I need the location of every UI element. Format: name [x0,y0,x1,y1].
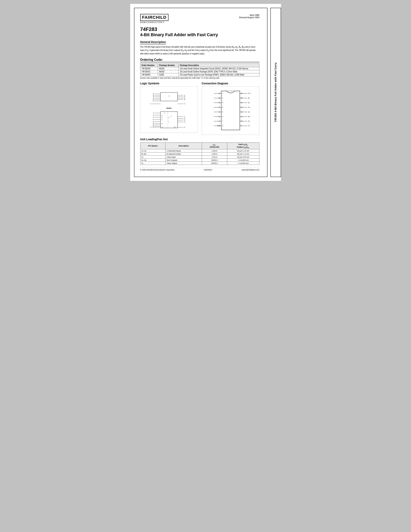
svg-text:Σ: Σ [171,116,172,117]
general-desc-title: General Description [140,40,166,44]
unit-loading-table-row: B₀–B₃ B Operand Inputs 1.0/2.0 20 μA/–1.… [140,152,259,155]
logo-text: FAIRCHILD [142,15,167,20]
svg-text:B₂: B₂ [153,100,154,101]
svg-text:8: 8 [222,125,223,126]
svg-text:B₂: B₂ [248,97,250,99]
svg-text:12: 12 [241,111,242,113]
ul-col-ul: U.L.HIGH/LOW [202,142,227,149]
ordering-title: Ordering Code: [140,58,259,62]
svg-text:A₀: A₀ [153,112,154,114]
unit-loading-table-row: A₀–A₃ A Operand Inputs 1.0/2.0 20 μA/–1.… [140,149,259,152]
ordering-section: Ordering Code: Order Number Package Numb… [140,58,259,79]
svg-text:S₃: S₃ [248,120,250,122]
col-package-desc: Package Description [179,63,259,67]
svg-text:A₃: A₃ [153,119,154,120]
svg-text:VCC: VCC [248,93,251,94]
unit-loading-table-row: S₀–S₃ Sum Outputs 50/33.3 –1 mA/20 mA [140,158,259,162]
date-info: April 1988 Revised August 1999 [239,14,259,19]
svg-text:S₁: S₁ [219,93,220,94]
svg-text:3: 3 [168,121,169,123]
svg-text:CO: CO [174,126,176,128]
package-number: M16D [158,70,179,73]
svg-text:B₁: B₁ [153,97,154,99]
svg-text:0: 0 [168,117,169,118]
svg-text:C₄: C₄ [248,125,250,126]
svg-text:S₀: S₀ [184,95,185,96]
svg-text:C₄: C₄ [184,103,185,104]
ul-description: Carry Input [166,155,202,158]
ul-description: Sum Outputs [166,158,202,162]
ul-description: B Operand Inputs [166,152,202,155]
svg-text:S₀: S₀ [219,107,220,108]
connection-diagram-svg: S₁ 1 B₁ 2 A₁ 3 S₀ 4 [204,88,258,133]
svg-text:S₂: S₂ [184,119,185,121]
product-title: 74F283 4-Bit Binary Full Adder with Fast… [140,26,259,37]
svg-text:B₀: B₀ [153,95,154,96]
footer: © 1999 Fairchild Semiconductor Corporati… [140,168,259,171]
ordering-table-row: 74F283SJ M16D 16-Lead Small Outline Pack… [140,70,259,73]
package-number: N16E [158,73,179,76]
svg-text:P: P [161,117,162,118]
order-number: 74F283SJ [140,70,158,73]
ul-value: 50/33.3 [202,158,227,162]
ul-pin-name: S₀–S₃ [140,158,166,162]
svg-text:9: 9 [241,125,241,126]
general-desc-text: The 74F283 high-speed 4-bit binary full … [140,46,259,55]
ordering-note: Devices also available in Tape and Reel.… [140,77,259,79]
general-description-section: General Description The 74F283 high-spee… [140,40,259,55]
ul-current: –1 mA/20 mA [227,158,259,162]
ul-current: 20 μA/–1.2 mA [227,152,259,155]
svg-rect-0 [160,93,177,101]
ul-col-description: Description [166,142,202,149]
svg-text:Σ: Σ [168,95,169,97]
header-row: FAIRCHILD SEMICONDUCTOR™ April 1988 Revi… [140,14,259,23]
connection-diagram: S₁ 1 B₁ 2 A₁ 3 S₀ 4 [202,86,259,135]
svg-rect-67 [221,91,240,130]
main-content: FAIRCHILD SEMICONDUCTOR™ April 1988 Revi… [134,8,268,177]
svg-text:15: 15 [241,97,242,99]
svg-text:B₃: B₃ [248,116,250,117]
page-wrapper: 74F283 4-Bit Binary Full Adder with Fast… [130,4,281,181]
svg-text:14: 14 [241,102,242,104]
fairchild-logo: FAIRCHILD [140,14,168,21]
svg-text:7: 7 [222,120,223,122]
svg-text:C₄: C₄ [184,126,185,128]
product-description: 4-Bit Binary Full Adder with Fast Carry [140,32,259,37]
ul-col-input: Input IIH/IILOutput IOH/IOL [227,142,259,149]
connection-diagram-title: Connection Diagram [202,82,259,85]
svg-text:S₂: S₂ [248,107,250,108]
svg-text:A₂: A₂ [153,99,154,100]
svg-text:4: 4 [222,107,223,108]
order-number: 74F283PC [140,73,158,76]
svg-text:S₃: S₃ [184,121,185,123]
logo-area: FAIRCHILD SEMICONDUCTOR™ [140,14,168,23]
ul-value: 1.0/2.0 [202,152,227,155]
date-text: April 1988 [239,14,259,16]
ul-current: –1 mA/20 mA [227,162,259,165]
svg-text:A₂: A₂ [248,102,250,104]
svg-text:S₁: S₁ [184,96,185,97]
order-number: 74F283SC [140,67,158,70]
part-number: 74F283 [140,26,259,32]
svg-text:GND: GND [217,125,220,126]
svg-text:B₁: B₁ [153,123,154,124]
svg-text:6: 6 [222,116,223,117]
unit-loading-title: Unit Loading/Fan Out [140,138,259,141]
svg-text:A₃: A₃ [248,111,250,113]
footer-website: www.fairchildsemi.com [242,169,259,171]
side-tab-text: 74F283 4-Bit Binary Full Adder with Fast… [274,63,277,122]
ul-pin-name: C₀ [140,155,166,158]
ul-value: 1.0/2.0 [202,149,227,152]
svg-text:B₁: B₁ [219,97,220,99]
svg-text:S₀: S₀ [184,116,185,117]
package-description: 16-Lead Small Outline Integrated Circuit… [179,67,259,70]
svg-text:CI: CI [161,126,163,128]
svg-text:IEEE/IEC: IEEE/IEC [166,108,172,109]
svg-text:B₀: B₀ [153,121,154,122]
svg-text:2: 2 [222,97,223,99]
svg-rect-27 [160,112,177,128]
svg-text:1: 1 [222,93,223,94]
package-description: 16-Lead Plastic Dual-In-Line Package (PD… [179,73,259,76]
unit-loading-table-row: C₀ Carry Input 1.0/1.0 20 μA/–0.6 mA [140,155,259,158]
ordering-table-row: 74F283SC M16A 16-Lead Small Outline Inte… [140,67,259,70]
